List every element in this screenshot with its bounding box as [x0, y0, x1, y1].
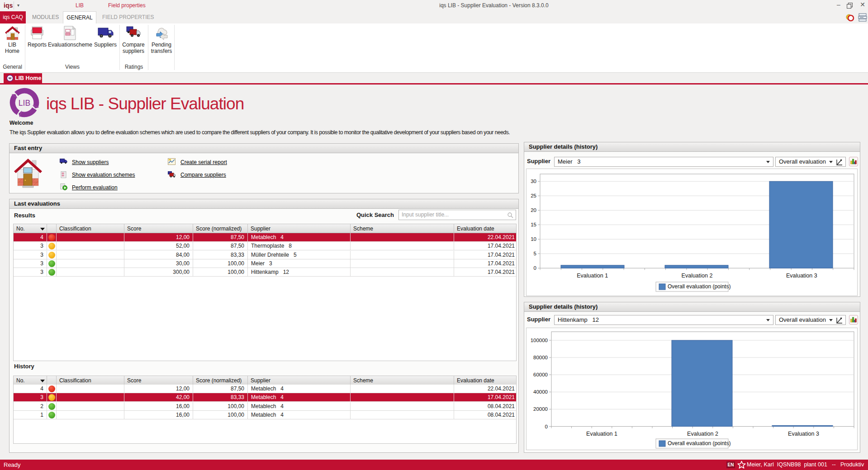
svg-text:80000: 80000 [533, 355, 548, 360]
svg-text:5: 5 [534, 251, 536, 256]
svg-text:Evaluation 2: Evaluation 2 [682, 273, 713, 279]
svg-text:30: 30 [531, 179, 536, 184]
svg-text:20000: 20000 [533, 406, 548, 412]
svg-text:100000: 100000 [531, 338, 548, 343]
svg-text:60000: 60000 [533, 372, 548, 377]
svg-text:25: 25 [531, 193, 536, 198]
svg-text:Evaluation 1: Evaluation 1 [577, 273, 608, 279]
svg-text:20: 20 [531, 207, 536, 213]
svg-text:Evaluation 1: Evaluation 1 [586, 431, 617, 437]
svg-text:0: 0 [534, 265, 536, 271]
svg-text:40000: 40000 [533, 389, 548, 395]
svg-text:10: 10 [531, 236, 536, 242]
svg-text:0: 0 [545, 424, 548, 429]
svg-text:Overall evaluation (points): Overall evaluation (points) [668, 283, 730, 290]
svg-text:Evaluation 3: Evaluation 3 [786, 273, 817, 279]
svg-text:Evaluation 2: Evaluation 2 [687, 431, 718, 437]
svg-text:Overall evaluation (points): Overall evaluation (points) [668, 440, 730, 446]
svg-text:Evaluation 3: Evaluation 3 [788, 431, 819, 437]
svg-text:15: 15 [531, 222, 536, 227]
svg-text:LIB: LIB [19, 99, 30, 108]
